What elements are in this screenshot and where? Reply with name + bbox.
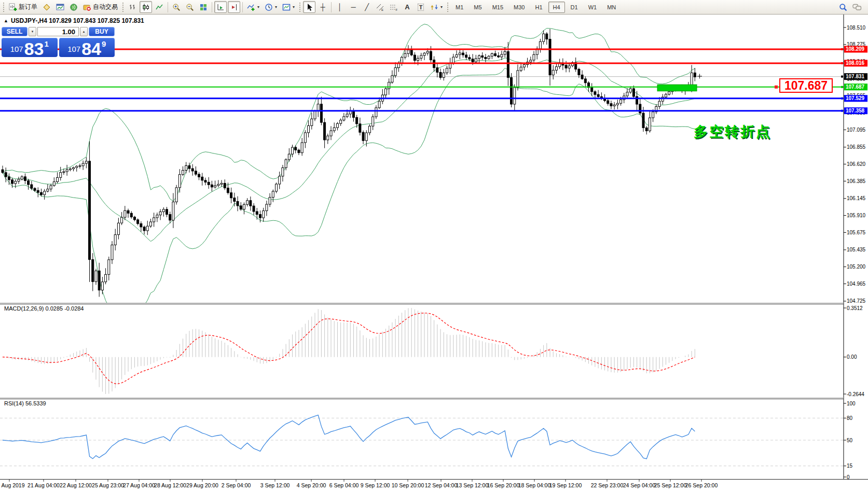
periods-button[interactable]: ▾: [263, 1, 279, 13]
svg-text:0: 0: [847, 474, 850, 480]
buy-price-box[interactable]: 107849: [59, 38, 115, 57]
price-callout-box[interactable]: 107.687: [779, 78, 833, 93]
tile-windows-icon: [199, 3, 208, 11]
text-button[interactable]: A: [401, 1, 414, 13]
auto-scroll-button[interactable]: [214, 1, 227, 13]
price-tick-label: 106.855: [847, 144, 866, 150]
bar-chart-icon: [128, 3, 136, 11]
equidistant-channel-button[interactable]: E: [374, 1, 387, 13]
svg-text:F: F: [396, 8, 398, 11]
group-grip[interactable]: [447, 2, 449, 12]
svg-text:15: 15: [847, 463, 853, 469]
quotes-button[interactable]: [40, 1, 53, 13]
timeframe-h1[interactable]: H1: [530, 2, 547, 13]
volume-decrease-button[interactable]: ▾: [29, 27, 36, 36]
templates-button[interactable]: ▾: [280, 1, 297, 13]
dropdown-icon[interactable]: ▾: [293, 5, 295, 9]
text-label-button[interactable]: T: [415, 1, 427, 13]
line-chart-icon: [155, 3, 163, 11]
time-tick-label: 24 Sep 04:00: [623, 482, 656, 488]
cursor-button[interactable]: [303, 1, 315, 13]
chart-canvas[interactable]: 108.510108.275108.040107.800107.565107.3…: [0, 0, 868, 492]
group-grip[interactable]: [299, 2, 301, 12]
svg-text:107.529: 107.529: [846, 95, 865, 101]
price-tick-label: 108.510: [847, 25, 866, 31]
clock-icon: [265, 3, 273, 11]
buy-price-sup: 9: [102, 39, 106, 48]
search-button[interactable]: [837, 1, 849, 13]
green-rectangle-object[interactable]: [657, 85, 697, 91]
vertical-line-button[interactable]: │: [334, 1, 346, 13]
new-order-label: 新订单: [19, 3, 37, 11]
sell-price-big: 83: [24, 42, 44, 56]
svg-text:107.358: 107.358: [846, 108, 865, 114]
sound-icon: [70, 3, 78, 11]
new-order-button[interactable]: 新订单: [7, 1, 39, 13]
arrows-icon: [430, 3, 438, 11]
tile-windows-button[interactable]: [197, 1, 210, 13]
timeframe-m15[interactable]: M15: [488, 2, 508, 13]
timeframe-mn[interactable]: MN: [602, 2, 621, 13]
volume-increase-button[interactable]: ▴: [80, 27, 88, 36]
channel-icon: E: [376, 3, 384, 11]
timeframe-d1[interactable]: D1: [566, 2, 583, 13]
zoom-out-button[interactable]: [184, 1, 196, 13]
search-icon: [839, 3, 847, 11]
dropdown-icon[interactable]: ▾: [257, 5, 259, 9]
svg-text:-0.2644: -0.2644: [847, 391, 864, 397]
volume-input[interactable]: [37, 27, 79, 36]
buy-price-big: 84: [81, 42, 101, 56]
sell-button[interactable]: SELL: [2, 27, 27, 36]
chart-shift-button[interactable]: [228, 1, 240, 13]
horizontal-line-button[interactable]: ─: [347, 1, 360, 13]
chinese-annotation[interactable]: 多空转折点: [694, 122, 771, 141]
horizontal-line-icon: ─: [351, 3, 355, 11]
timeframe-m30[interactable]: M30: [509, 2, 529, 13]
price-tag-108.209: 108.209: [841, 46, 867, 52]
candles-layer: [2, 29, 696, 297]
arrows-button[interactable]: ▾: [428, 1, 445, 13]
zoom-in-button[interactable]: [170, 1, 183, 13]
sound-button[interactable]: [67, 1, 80, 13]
separator: [331, 2, 332, 12]
dropdown-icon[interactable]: ▾: [440, 5, 443, 9]
chart-title: ▲USDJPY-,H4 107.829 107.843 107.825 107.…: [4, 17, 144, 24]
sell-price-sup: 1: [45, 39, 49, 48]
timeframe-m1[interactable]: M1: [451, 2, 468, 13]
macd-panel: [3, 308, 695, 394]
indicators-button[interactable]: ▾: [245, 1, 261, 13]
buy-button[interactable]: BUY: [89, 27, 115, 36]
timeframe-h4[interactable]: H4: [548, 2, 565, 13]
timeframe-w1[interactable]: W1: [584, 2, 602, 13]
new-order-icon: [9, 3, 17, 11]
price-tick-label: 107.095: [847, 127, 866, 133]
time-axis[interactable]: 19 Aug 201921 Aug 04:0022 Aug 12:0025 Au…: [0, 480, 718, 488]
crosshair-button[interactable]: ┼: [316, 1, 329, 13]
time-tick-label: 25 Sep 12:00: [654, 482, 687, 488]
chat-button[interactable]: [850, 1, 864, 13]
collapse-icon[interactable]: ▲: [4, 18, 8, 23]
sell-price-box[interactable]: 107831: [2, 38, 58, 57]
line-chart-button[interactable]: [153, 1, 166, 13]
svg-text:80: 80: [847, 415, 853, 421]
auto-trading-label: 自动交易: [93, 3, 118, 11]
price-tick-label: 106.385: [847, 178, 866, 184]
bar-chart-button[interactable]: [126, 1, 139, 13]
price-tick-label: 106.620: [847, 161, 866, 167]
auto-trading-button[interactable]: 自动交易: [81, 1, 120, 13]
time-tick-label: 27 Aug 04:00: [123, 482, 155, 488]
trendline-button[interactable]: ╱: [361, 1, 373, 13]
dropdown-icon[interactable]: ▾: [275, 5, 277, 9]
timeframe-m5[interactable]: M5: [469, 2, 486, 13]
line-handle[interactable]: [775, 86, 778, 89]
quotes-icon: [43, 3, 51, 11]
auto-scroll-icon: [216, 3, 225, 11]
macd-label: MACD(12,26,9) 0.0285 -0.0284: [4, 305, 84, 312]
toolbar-grip[interactable]: [3, 2, 5, 12]
fibonacci-button[interactable]: F: [388, 1, 400, 13]
cursor-icon: [305, 3, 313, 11]
chart-window-button[interactable]: [54, 1, 66, 13]
candlestick-chart-button[interactable]: [140, 1, 152, 13]
group-grip[interactable]: [122, 2, 124, 12]
time-tick-label: 22 Aug 12:00: [60, 482, 92, 488]
